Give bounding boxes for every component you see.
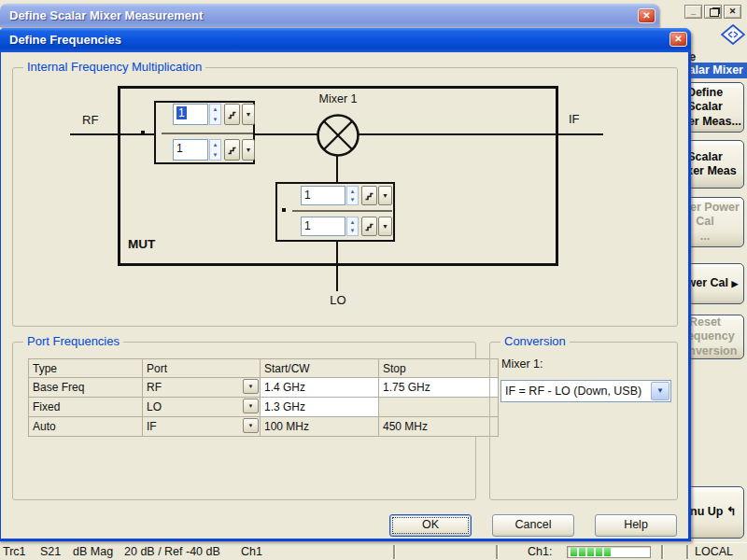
spin-up-icon[interactable]: ▲: [347, 217, 358, 227]
port-select[interactable]: LO▼: [143, 398, 261, 417]
restore-button[interactable]: [704, 5, 722, 19]
rf-numerator-field[interactable]: 1: [173, 104, 208, 125]
column-header-stop: Stop: [379, 359, 499, 378]
rf-numerator-dropdown-button[interactable]: ▼: [242, 104, 255, 125]
spin-down-icon[interactable]: ▼: [210, 115, 220, 125]
mut-label: MUT: [128, 237, 155, 251]
dropdown-icon[interactable]: ▼: [243, 379, 259, 394]
statusbar-divider: [393, 545, 395, 559]
menu-up-arrow-icon: ↰: [726, 505, 736, 518]
spin-down-icon[interactable]: ▼: [347, 196, 358, 205]
status-bar: Trc1 S21 dB Mag 20 dB / Ref -40 dB Ch1 C…: [0, 542, 747, 560]
mixer-symbol: [315, 112, 361, 159]
lo-denominator-field[interactable]: 1: [301, 217, 345, 236]
column-header-start: Start/CW: [261, 359, 379, 378]
close-window-button[interactable]: ✕: [724, 5, 741, 19]
type-cell: Base Freq: [29, 378, 143, 398]
conversion-mixer-label: Mixer 1:: [501, 357, 543, 371]
screen: _ ✕ e Scalar Mixer Define Scalar Mixer M…: [0, 0, 747, 560]
selected-value: 1: [176, 106, 187, 119]
inner-dialog-titlebar: Define Frequencies ✕: [0, 28, 691, 52]
if-port-label: IF: [569, 112, 580, 126]
lo-numerator-step-button[interactable]: [361, 186, 377, 205]
start-cw-cell: 100 MHz: [261, 417, 379, 437]
column-header-type: Type: [29, 359, 143, 378]
stop-cell[interactable]: 1.75 GHz: [379, 378, 499, 398]
port-frequencies-table: Type Port Start/CW Stop Base Freq RF▼ 1.…: [28, 358, 499, 437]
step-icon: [227, 109, 237, 119]
step-icon: [227, 145, 237, 155]
statusbar-divider: [496, 545, 498, 559]
type-cell: Auto: [29, 417, 143, 437]
fraction-bar: [162, 133, 253, 134]
rf-denominator-dropdown-button[interactable]: ▼: [242, 139, 255, 161]
spin-up-icon[interactable]: ▲: [210, 140, 220, 150]
rf-denominator-spinner[interactable]: ▲▼: [209, 139, 221, 161]
spin-down-icon[interactable]: ▼: [347, 227, 358, 236]
combo-dropdown-button[interactable]: ▼: [651, 382, 669, 400]
start-cw-cell[interactable]: 1.3 GHz: [261, 398, 379, 417]
help-button[interactable]: Help: [595, 514, 677, 537]
rf-numerator-spinner[interactable]: ▲▼: [209, 104, 221, 125]
stop-cell: 450 MHz: [379, 417, 499, 437]
channel-progress-label: Ch1:: [528, 545, 552, 559]
minimize-button[interactable]: _: [684, 5, 702, 19]
dropdown-icon: ▼: [382, 223, 388, 230]
outer-dialog-close-button[interactable]: ✕: [638, 8, 655, 23]
dropdown-icon: ▼: [382, 192, 388, 199]
type-cell: Fixed: [29, 398, 143, 417]
close-icon: ✕: [674, 34, 682, 44]
rf-port-label: RF: [82, 113, 98, 127]
step-icon: [364, 190, 374, 201]
column-header-port: Port: [143, 359, 261, 378]
dropdown-icon[interactable]: ▼: [243, 399, 259, 413]
minimize-icon: _: [691, 7, 696, 16]
rf-numerator-step-button[interactable]: [224, 104, 240, 125]
lo-denominator-dropdown-button[interactable]: ▼: [378, 217, 392, 236]
lo-numerator-dropdown-button[interactable]: ▼: [378, 186, 392, 205]
spin-down-icon[interactable]: ▼: [210, 150, 220, 161]
lo-denominator-spinner[interactable]: ▲▼: [346, 217, 359, 236]
cancel-button[interactable]: Cancel: [492, 514, 574, 537]
start-cw-cell[interactable]: 1.4 GHz: [261, 378, 379, 398]
table-row: Fixed LO▼ 1.3 GHz: [29, 398, 499, 417]
lo-denominator-step-button[interactable]: [361, 217, 377, 236]
fraction-bar: [292, 210, 392, 212]
dropdown-icon[interactable]: ▼: [243, 418, 259, 433]
multiply-dot: [282, 208, 286, 212]
dropdown-icon: ▼: [246, 147, 252, 153]
spin-up-icon[interactable]: ▲: [210, 105, 220, 115]
multiply-dot: [141, 131, 145, 134]
close-icon: ✕: [642, 10, 650, 21]
trace-format: dB Mag: [73, 545, 113, 559]
port-select[interactable]: RF▼: [143, 378, 261, 398]
mixer-label: Mixer 1: [301, 92, 375, 105]
lo-numerator-spinner[interactable]: ▲▼: [346, 186, 359, 205]
spin-up-icon[interactable]: ▲: [347, 187, 358, 196]
step-icon: [364, 221, 374, 231]
rf-denominator-field[interactable]: 1: [173, 139, 208, 161]
submenu-arrow-icon: ▶: [732, 279, 739, 288]
group-label: Conversion: [500, 335, 570, 348]
conversion-combobox[interactable]: IF = RF - LO (Down, USB) ▼: [500, 380, 671, 402]
lo-port-label: LO: [327, 293, 349, 307]
table-row: Base Freq RF▼ 1.4 GHz 1.75 GHz: [29, 378, 499, 398]
table-header-row: Type Port Start/CW Stop: [29, 359, 499, 378]
trace-name: Trc1: [3, 545, 26, 559]
trace-channel: Ch1: [241, 545, 262, 559]
port-select[interactable]: IF▼: [143, 417, 261, 437]
statusbar-divider: [661, 545, 663, 559]
local-mode-label: LOCAL: [695, 545, 733, 559]
dropdown-icon: ▼: [246, 111, 252, 118]
group-label: Internal Frequency Multiplication: [23, 61, 205, 74]
rf-denominator-step-button[interactable]: [224, 139, 240, 161]
ok-button[interactable]: OK: [389, 514, 472, 537]
lo-numerator-field[interactable]: 1: [301, 186, 345, 205]
trace-scale: 20 dB / Ref -40 dB: [124, 545, 220, 559]
group-label: Port Frequencies: [23, 335, 123, 348]
inner-dialog-title: Define Frequencies: [9, 28, 121, 51]
inner-dialog-close-button[interactable]: ✕: [669, 32, 687, 47]
statusbar-divider: [686, 545, 688, 559]
table-row: Auto IF▼ 100 MHz 450 MHz: [29, 417, 499, 437]
outer-dialog-titlebar: Define Scalar Mixer Measurement ✕: [0, 4, 659, 27]
